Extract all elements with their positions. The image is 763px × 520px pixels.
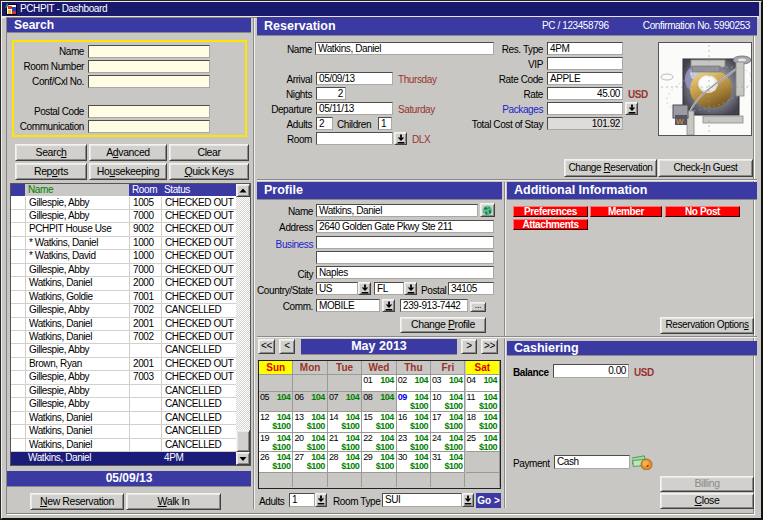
- svg-text:W: W: [676, 117, 684, 126]
